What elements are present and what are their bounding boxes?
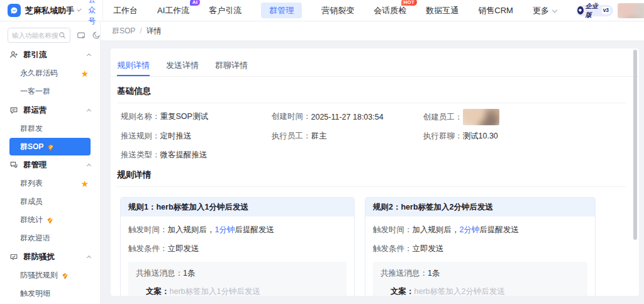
tab-chat-detail[interactable]: 群聊详情 [215, 55, 248, 76]
tab-send-detail[interactable]: 发送详情 [166, 55, 199, 76]
nav-label: AI工作流 [157, 6, 189, 15]
rule-details-section: 规则详情 [117, 160, 626, 187]
field-value: 重复SOP测试 [160, 111, 208, 122]
field-label: 推送规则： [121, 131, 160, 142]
app-logo[interactable]: 芝麻私域助手 公众号 [0, 0, 103, 26]
rule-trigger-condition: 触发条件：立即发送 [373, 244, 587, 254]
item-label: 一客一群 [20, 86, 50, 97]
vip-gem-icon [46, 217, 54, 225]
sidebar-item-qun-tongji[interactable]: 群统计 [0, 211, 100, 229]
console-icon[interactable] [77, 31, 86, 40]
info-row: 推送规则： 定时推送 执行员工： 群主 执行群聊： 测试10.30 [117, 131, 626, 142]
field-label: 执行员工： [272, 131, 311, 142]
copy-text: herb标签加入1分钟后发送 [170, 287, 260, 296]
sidebar-item-yike-yiqun[interactable]: 一客一群 [0, 82, 100, 101]
sidebar-item-yongjiu-qun-huoma[interactable]: 永久群活码 ★ [0, 64, 100, 82]
account-type-link[interactable]: 公众号 [88, 0, 103, 26]
sidebar-item-chufa-mingxi[interactable]: 触发明细 [0, 284, 100, 303]
field-label: 创建员工： [423, 112, 463, 123]
field-value: 测试10.30 [463, 131, 498, 142]
nav-label: 销售CRM [478, 6, 513, 15]
chevron-down-icon [77, 7, 81, 11]
nav-item-ai-workflow[interactable]: AI工作流AI [157, 5, 189, 16]
nav-item-customer-acquisition[interactable]: 客户引流 [209, 5, 242, 16]
field-executor: 执行员工： 群主 [272, 131, 423, 142]
blur-fill [463, 109, 499, 125]
field-label: 触发时间： [128, 225, 168, 234]
sidebar-item-qun-liebiao[interactable]: 群列表 ★ [0, 174, 100, 193]
breadcrumb-parent[interactable]: 群SOP [112, 26, 135, 37]
info-row: 规则名称： 重复SOP测试 创建时间： 2025-11-27 18:03:54 … [117, 111, 626, 123]
field-label: 触发时间： [373, 225, 413, 234]
star-icon: ★ [80, 69, 89, 78]
field-label: 执行群聊： [423, 131, 463, 142]
function-search[interactable] [8, 28, 70, 43]
nav-item-conversation-qc[interactable]: 会话质检HOT [374, 5, 406, 16]
nav-label: 更多 [533, 6, 549, 15]
sidebar-item-qun-huanyingyu[interactable]: 群欢迎语 [0, 229, 100, 247]
sidebar-item-fangsaorao-guize[interactable]: 防骚扰规则 [0, 266, 100, 284]
basic-info-section: 基础信息 规则名称： 重复SOP测试 创建时间： 2025-11-27 18:0… [117, 77, 626, 160]
topbar-right: 企业版 v3 [576, 3, 644, 18]
nav-item-marketing-fission[interactable]: 营销裂变 [321, 5, 354, 16]
sidebar-item-qun-chengyuan[interactable]: 群成员 [0, 193, 100, 211]
field-label: 触发条件： [128, 244, 168, 253]
main-area: 群SOP / 详情 规则详情 发送详情 群聊详情 基础信息 规则名称： 重复SO… [101, 21, 644, 304]
sidebar-group-qun-yunying[interactable]: 群运营 [0, 101, 100, 120]
avatar-blur [618, 3, 644, 18]
nav-item-more[interactable]: 更多 [533, 5, 557, 16]
field-value: 后提醒发送 [235, 225, 274, 234]
nav-label-active: 群管理 [261, 3, 302, 18]
chevron-up-icon [87, 255, 91, 259]
divider [103, 0, 103, 21]
copy-line: 文案：herb标签加入2分钟后发送 [391, 286, 580, 296]
chat-bubble-icon [10, 6, 18, 14]
field-label: 规则名称： [121, 111, 160, 122]
nav-item-workbench[interactable]: 工作台 [113, 5, 138, 16]
rule-messages-box: 共推送消息：1条 文案：herb标签加入1分钟后发送 [128, 262, 347, 296]
item-label: 永久群活码 [20, 68, 58, 79]
item-label: 群SOP [20, 142, 43, 152]
vertical-scrollbar[interactable] [633, 50, 637, 240]
tab-rule-detail[interactable]: 规则详情 [117, 55, 150, 76]
sidebar-group-qun-guanli[interactable]: 群管理 [0, 155, 100, 174]
group-label: 群防骚扰 [23, 252, 55, 262]
nav-item-sales-crm[interactable]: 销售CRM [478, 5, 513, 16]
sidebar-group-qun-fangsaorao[interactable]: 群防骚扰 [0, 247, 100, 266]
search-icon [58, 31, 66, 39]
field-label: 文案： [391, 287, 414, 296]
hot-badge: HOT [401, 0, 418, 6]
field-value: 2025-11-27 18:03:54 [311, 113, 384, 121]
sidebar-group-qun-yinliu[interactable]: 群引流 [0, 45, 100, 64]
plan-gem-icon [577, 6, 584, 14]
rule-trigger-time: 触发时间：加入规则后，2分钟后提醒发送 [373, 225, 587, 235]
user-avatar[interactable] [618, 3, 644, 18]
item-label: 群统计 [20, 215, 43, 225]
sidebar-item-qun-qunfa[interactable]: 群群发 [0, 120, 100, 138]
field-value: 群主 [311, 131, 327, 142]
moon-icon[interactable] [92, 31, 101, 40]
rule-card-title: 规则2：herb标签加入2分钟后发送 [365, 198, 595, 217]
sidebar-item-qun-sop[interactable]: 群SOP [9, 138, 91, 155]
plan-version: v3 [602, 7, 610, 14]
info-row: 推送类型： 微客提醒推送 [117, 150, 626, 160]
message-count-line: 共推送消息：1条 [136, 268, 339, 279]
item-label: 群群发 [20, 123, 43, 134]
highlight-value: 2分钟 [460, 225, 480, 234]
item-label: 群欢迎语 [20, 233, 50, 244]
field-push-rule: 推送规则： 定时推送 [121, 131, 272, 142]
field-value: 微客提醒推送 [160, 150, 208, 160]
rule-details-title: 规则详情 [117, 160, 626, 187]
ai-badge: AI [190, 0, 201, 6]
field-rule-name: 规则名称： 重复SOP测试 [121, 111, 272, 122]
nav-label: 营销裂变 [321, 6, 354, 15]
app-title: 芝麻私域助手 [25, 5, 74, 16]
field-exec-chat: 执行群聊： 测试10.30 [423, 131, 498, 142]
item-label: 防骚扰规则 [20, 270, 58, 281]
search-input[interactable] [12, 31, 58, 39]
nav-item-data-interop[interactable]: 数据互通 [426, 5, 458, 16]
chevron-up-icon [87, 163, 91, 167]
highlight-value: 1分钟 [215, 225, 235, 234]
field-value: 立即发送 [413, 244, 444, 253]
nav-item-group-management[interactable]: 群管理 [261, 5, 302, 16]
